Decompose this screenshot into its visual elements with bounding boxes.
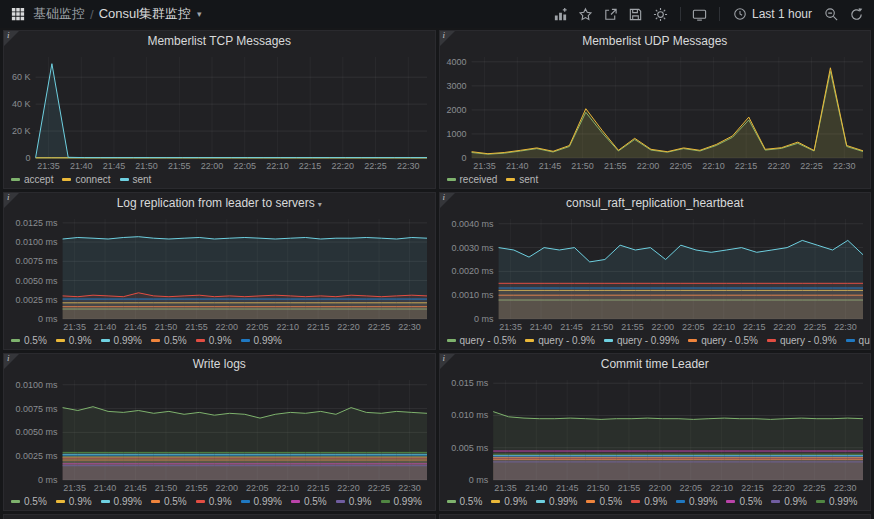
legend-swatch-icon (767, 339, 776, 342)
panel-info-icon[interactable]: i (4, 31, 19, 46)
breadcrumb-caret-icon[interactable]: ▾ (197, 9, 202, 19)
panel-title[interactable]: Write logs (4, 354, 435, 375)
legend-item[interactable]: 0.9% (631, 496, 667, 507)
legend-item[interactable]: connect (62, 174, 110, 185)
chart-raft-heartbeat[interactable]: 21:3521:4021:4521:5021:5522:0022:0522:10… (440, 214, 871, 332)
legend-item[interactable]: 0.5% (291, 496, 327, 507)
panel-title[interactable]: Commit time Leader (440, 354, 871, 375)
time-range-label: Last 1 hour (752, 7, 812, 21)
svg-text:22:25: 22:25 (800, 161, 823, 171)
legend-swatch-icon (56, 500, 65, 503)
time-range-picker[interactable]: Last 1 hour (729, 7, 816, 21)
panel-info-icon[interactable]: i (440, 193, 455, 208)
legend: acceptconnectsent (4, 171, 435, 188)
svg-text:4000: 4000 (446, 57, 466, 67)
legend-item[interactable]: query - 0.99% (604, 335, 679, 346)
legend-item[interactable]: 0.9% (491, 496, 527, 507)
svg-text:21:50: 21:50 (590, 322, 613, 332)
legend-item[interactable]: 0.9% (56, 496, 92, 507)
legend: 0.5%0.9%0.99%0.5%0.9%0.99%0.5%0.9%0.99% (440, 493, 871, 510)
panel-title-caret-icon[interactable]: ▾ (318, 200, 322, 209)
legend-item[interactable]: 0.99% (381, 496, 422, 507)
legend-item[interactable]: 0.5% (11, 335, 47, 346)
legend-item[interactable]: received (447, 174, 498, 185)
legend-item[interactable]: 0.5% (151, 496, 187, 507)
legend-item[interactable]: 0.99% (101, 496, 142, 507)
svg-text:22:30: 22:30 (833, 483, 856, 493)
cycle-view-mode-button[interactable] (690, 4, 710, 24)
legend-item[interactable]: 0.9% (196, 335, 232, 346)
panel-title[interactable]: Memberlist UDP Messages (440, 31, 871, 52)
panel-title-text: Memberlist TCP Messages (147, 34, 291, 48)
info-glyph: i (7, 30, 10, 40)
legend-item[interactable]: 0.9% (336, 496, 372, 507)
legend-label: 0.99% (114, 496, 142, 507)
panel-title[interactable]: consul_raft_replication_heartbeat (440, 193, 871, 214)
panel-info-icon[interactable]: i (440, 31, 455, 46)
save-dashboard-button[interactable] (626, 4, 646, 24)
legend-item[interactable]: 0.5% (586, 496, 622, 507)
legend-item[interactable]: 0.99% (241, 335, 282, 346)
svg-text:21:45: 21:45 (538, 161, 561, 171)
legend-swatch-icon (846, 339, 855, 342)
legend-item[interactable]: 0.5% (11, 496, 47, 507)
panel-title[interactable]: Memberlist TCP Messages (4, 31, 435, 52)
dashboard-settings-button[interactable] (651, 4, 671, 24)
legend-label: 0.9% (504, 496, 527, 507)
chart-log-replication[interactable]: 21:3521:4021:4521:5021:5522:0022:0522:10… (4, 214, 435, 332)
legend-label: accept (24, 174, 53, 185)
legend-item[interactable]: 0.9% (56, 335, 92, 346)
legend-swatch-icon (291, 500, 300, 503)
legend-item[interactable]: query - 0.9% (525, 335, 595, 346)
next-row-panel-stub (3, 514, 436, 519)
legend-label: 0.9% (209, 335, 232, 346)
legend-item[interactable]: 0.5% (151, 335, 187, 346)
share-dashboard-button[interactable] (601, 4, 621, 24)
refresh-button[interactable] (846, 4, 866, 24)
legend-item[interactable]: 0.5% (447, 496, 483, 507)
svg-text:21:50: 21:50 (135, 161, 158, 171)
svg-text:21:45: 21:45 (560, 322, 583, 332)
panel-title[interactable]: Log replication from leader to servers▾ (4, 193, 435, 214)
breadcrumb-folder[interactable]: 基础监控 (33, 5, 85, 23)
legend-item[interactable]: 0.99% (536, 496, 577, 507)
legend-item[interactable]: query - 0.99% (846, 335, 870, 346)
legend-item[interactable]: 0.99% (101, 335, 142, 346)
panel-info-icon[interactable]: i (440, 354, 455, 369)
svg-text:22:25: 22:25 (368, 322, 391, 332)
svg-text:20 K: 20 K (12, 126, 31, 136)
legend-item[interactable]: query - 0.9% (767, 335, 837, 346)
panel-info-icon[interactable]: i (4, 193, 19, 208)
grafana-menu-icon[interactable] (8, 4, 28, 24)
legend-item[interactable]: 0.99% (241, 496, 282, 507)
breadcrumb-dashboard-title[interactable]: Consul集群监控 (99, 5, 191, 23)
legend-item[interactable]: 0.5% (726, 496, 762, 507)
legend-item[interactable]: 0.9% (196, 496, 232, 507)
legend-item[interactable]: query - 0.5% (688, 335, 758, 346)
legend-swatch-icon (241, 500, 250, 503)
add-panel-button[interactable] (551, 4, 571, 24)
legend-item[interactable]: query - 0.5% (447, 335, 517, 346)
svg-text:21:55: 21:55 (617, 483, 640, 493)
chart-memberlist-udp[interactable]: 21:3521:4021:4521:5021:5522:0022:0522:10… (440, 52, 871, 171)
legend-item[interactable]: 0.99% (676, 496, 717, 507)
tv-mode-icon (692, 7, 707, 22)
panel-info-icon[interactable]: i (4, 354, 19, 369)
chart-write-logs[interactable]: 21:3521:4021:4521:5021:5522:0022:0522:10… (4, 375, 435, 493)
chart-memberlist-tcp[interactable]: 21:3521:4021:4521:5021:5522:0022:0522:10… (4, 52, 435, 171)
chart-commit-time[interactable]: 21:3521:4021:4521:5021:5522:0022:0522:10… (440, 375, 871, 493)
legend-item[interactable]: 0.9% (771, 496, 807, 507)
panel-log-replication: i Log replication from leader to servers… (3, 192, 436, 350)
info-glyph: i (443, 192, 446, 202)
star-dashboard-button[interactable] (576, 4, 596, 24)
legend-item[interactable]: accept (11, 174, 53, 185)
svg-text:21:50: 21:50 (155, 483, 178, 493)
legend-item[interactable]: sent (120, 174, 152, 185)
panel-title-text: consul_raft_replication_heartbeat (566, 196, 743, 210)
zoom-out-button[interactable] (821, 4, 841, 24)
legend-item[interactable]: 0.99% (816, 496, 857, 507)
legend-swatch-icon (536, 500, 545, 503)
legend-item[interactable]: sent (506, 174, 538, 185)
navbar-divider (680, 7, 681, 21)
legend-swatch-icon (196, 500, 205, 503)
